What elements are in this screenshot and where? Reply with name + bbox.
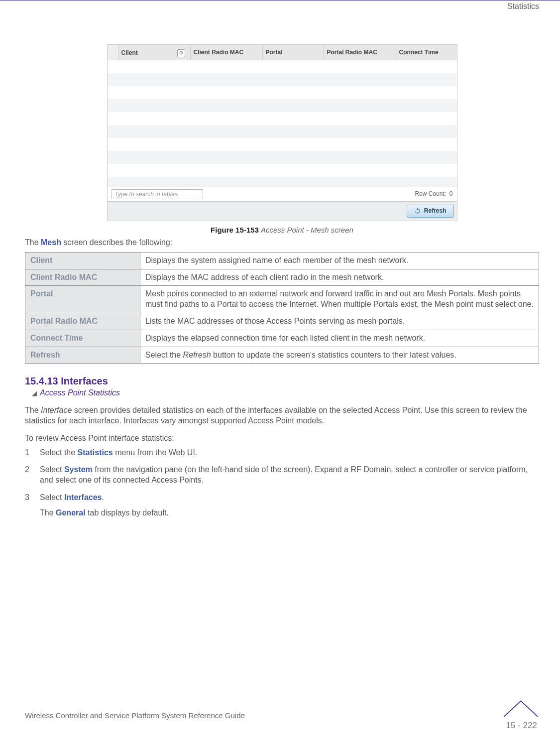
table-search-bar: Row Count: 0 (108, 187, 457, 202)
refresh-button[interactable]: Refresh (407, 205, 454, 218)
table-row: Connect TimeDisplays the elapsed connect… (25, 330, 539, 347)
intro-paragraph: The Mesh screen describes the following: (25, 238, 539, 248)
col-header-connect-time[interactable]: Connect Time (396, 45, 457, 60)
steps-list: 1Select the Statistics menu from the Web… (25, 448, 539, 518)
sort-icon: ⊙ (177, 49, 185, 57)
breadcrumb: ◢Access Point Statistics (25, 387, 539, 398)
body-paragraph-2: To review Access Point interface statist… (25, 433, 539, 444)
section-header: Statistics (507, 1, 539, 12)
page-number-box: 15 - 222 (503, 700, 539, 731)
col-header-portal[interactable]: Portal (263, 45, 324, 60)
table-row: RefreshSelect the Refresh button to upda… (25, 347, 539, 364)
step-3: 3Select Interfaces. The General tab disp… (25, 493, 539, 518)
table-header-row: Client ⊙ Client Radio MAC Portal Portal … (108, 45, 457, 60)
table-row: Client Radio MACDisplays the MAC address… (25, 269, 539, 286)
field-description-table: ClientDisplays the system assigned name … (25, 252, 539, 364)
refresh-icon (414, 208, 421, 215)
step-2: 2Select System from the navigation pane … (25, 465, 539, 486)
page-footer: Wireless Controller and Service Platform… (25, 700, 539, 731)
breadcrumb-arrow-icon: ◢ (32, 389, 37, 398)
col-header-portal-radio-mac[interactable]: Portal Radio MAC (324, 45, 396, 60)
step-1: 1Select the Statistics menu from the Web… (25, 448, 539, 458)
table-row: ClientDisplays the system assigned name … (25, 252, 539, 269)
row-count: Row Count: 0 (415, 190, 452, 198)
section-heading: 15.4.13 Interfaces (25, 375, 539, 387)
table-row: Portal Radio MACLists the MAC addresses … (25, 313, 539, 330)
mesh-screenshot: Client ⊙ Client Radio MAC Portal Portal … (107, 44, 457, 221)
table-row: PortalMesh points connected to an extern… (25, 286, 539, 313)
body-paragraph-1: The Interface screen provides detailed s… (25, 405, 539, 426)
footer-title: Wireless Controller and Service Platform… (25, 711, 245, 721)
col-header-client[interactable]: Client ⊙ (118, 45, 191, 60)
col-header-client-radio-mac[interactable]: Client Radio MAC (191, 45, 263, 60)
table-body-empty (108, 60, 457, 187)
search-input[interactable] (112, 189, 203, 199)
figure-caption: Figure 15-153 Access Point - Mesh screen (25, 225, 539, 235)
